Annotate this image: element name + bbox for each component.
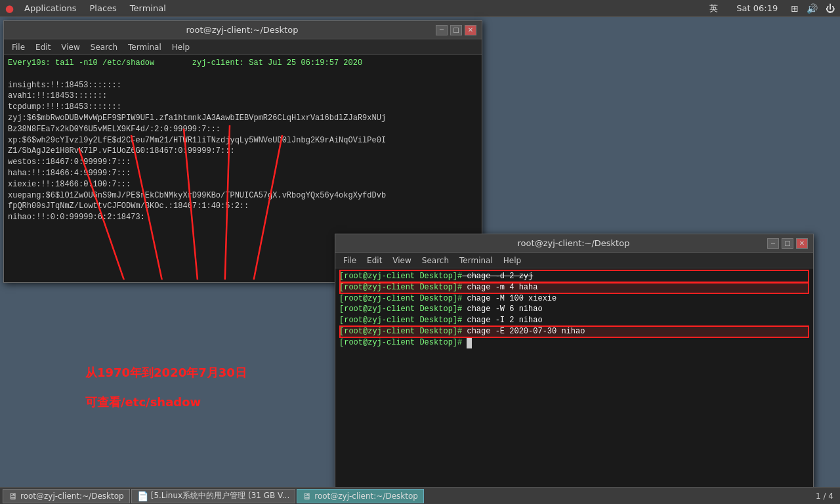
topbar-places[interactable]: Places — [85, 2, 122, 14]
win2-menubar: File Edit View Search Terminal Help — [335, 253, 813, 268]
win1-line-1: insights:!!:18453::::::: — [8, 80, 478, 91]
win2-line-6: [root@zyj-client Desktop]# — [339, 337, 809, 348]
volume-icon: 🔊 — [807, 3, 818, 14]
titlebar-2: root@zyj-client:~/Desktop ─ □ ✕ — [335, 234, 813, 253]
win1-line-blank — [8, 69, 478, 80]
taskbar-label-1: [5.Linux系统中的用户管理 (31 GB V... — [151, 490, 290, 501]
topbar-left: ● Applications Places Terminal — [5, 2, 171, 14]
win2-minimize[interactable]: ─ — [767, 238, 779, 249]
arch-logo: ● — [5, 3, 14, 14]
win1-line-6: xp:$6$wh29cYIvzl9y2LfE$d2CFeu7Mm21/HTWR1… — [8, 135, 478, 146]
win1-menu-edit[interactable]: Edit — [32, 41, 54, 53]
win1-line-8: westos::18467:0:99999:7::: — [8, 157, 478, 168]
topbar-right: 英 Sat 06:19 ⊞ 🔊 ⏻ — [704, 1, 835, 16]
taskbar-item-0[interactable]: 🖥 root@zyj-client:~/Desktop — [3, 489, 130, 503]
taskbar-icon-2: 🖥 — [303, 491, 312, 501]
win2-line-1: [root@zyj-client Desktop]# chage -m 4 ha… — [339, 282, 809, 293]
win1-menu-help[interactable]: Help — [168, 41, 194, 53]
win2-line-2: [root@zyj-client Desktop]# chage -M 100 … — [339, 293, 809, 304]
win1-line-7: Z1/SbAgJ2e1H8RvK7lP.vFiUoZ6G0:18467:0:99… — [8, 146, 478, 157]
taskbar: 🖥 root@zyj-client:~/Desktop 📄 [5.Linux系统… — [0, 487, 840, 504]
win1-close[interactable]: ✕ — [465, 25, 476, 35]
win1-line-12: fpQRh00sJTqNmZ/LowttvCJFODWm/BKOc.:18467… — [8, 201, 478, 212]
win2-menu-search[interactable]: Search — [418, 255, 453, 266]
win1-minimize[interactable]: ─ — [436, 25, 448, 35]
win1-menu-terminal[interactable]: Terminal — [124, 41, 165, 53]
taskbar-label-0: root@zyj-client:~/Desktop — [20, 492, 124, 501]
win2-close[interactable]: ✕ — [796, 238, 808, 249]
win1-line-3: tcpdump:!!!:18453::::::: — [8, 102, 478, 113]
taskbar-item-2[interactable]: 🖥 root@zyj-client:~/Desktop — [297, 489, 424, 503]
win1-title: root@zyj-client:~/Desktop — [49, 25, 436, 35]
topbar-applications[interactable]: Applications — [19, 2, 81, 14]
win2-menu-help[interactable]: Help — [499, 255, 525, 266]
win2-menu-terminal[interactable]: Terminal — [455, 255, 497, 266]
win1-menu-file[interactable]: File — [8, 41, 29, 53]
taskbar-label-2: root@zyj-client:~/Desktop — [314, 492, 418, 501]
taskbar-icon-0: 🖥 — [9, 491, 18, 501]
win2-line-3: [root@zyj-client Desktop]# chage -W 6 ni… — [339, 304, 809, 315]
taskbar-item-1[interactable]: 📄 [5.Linux系统中的用户管理 (31 GB V... — [131, 489, 296, 503]
desktop: root@zyj-client:~/Desktop ─ □ ✕ File Edi… — [0, 17, 840, 504]
taskbar-page: 1 / 4 — [812, 490, 837, 502]
win1-line-11: xuepang:$6$lO1ZwOU6nS9mJ/PE$rEkCbNMkyXrD… — [8, 190, 478, 201]
taskbar-icon-1: 📄 — [137, 491, 148, 501]
win2-maximize[interactable]: □ — [782, 238, 793, 249]
topbar-time: Sat 06:19 — [731, 2, 783, 14]
annotation-text-2: 可查看/etc/shadow — [85, 394, 201, 410]
win1-wm-buttons: ─ □ ✕ — [436, 25, 476, 35]
win2-menu-view[interactable]: View — [388, 255, 415, 266]
win2-menu-edit[interactable]: Edit — [363, 255, 386, 266]
win1-line-9: haha:!!:18466:4:99999:7::: — [8, 168, 478, 179]
terminal-window-2: root@zyj-client:~/Desktop ─ □ ✕ File Edi… — [335, 234, 814, 490]
win2-body[interactable]: [root@zyj-client Desktop]# chage -d 2 zy… — [335, 268, 813, 489]
win1-menu-view[interactable]: View — [57, 41, 83, 53]
win2-title: root@zyj-client:~/Desktop — [380, 238, 767, 248]
win1-line-4: zyj:$6$mbRwoDUBvMvWpEF9$PIW9UFl.zfa1htmn… — [8, 113, 478, 124]
win1-line-2: avahi:!!:18453::::::: — [8, 91, 478, 102]
win1-line-13: nihao:!!:0:0:99999:6:2:18473: — [8, 212, 478, 223]
win1-line-5: Bz38N8FEa7x2kD0Y6U5vMELX9KF4d/:2:0:99999… — [8, 124, 478, 135]
win2-wm-buttons: ─ □ ✕ — [767, 238, 808, 249]
annotation-text-1: 从1970年到2020年7月30日 — [85, 365, 247, 381]
win1-menu-search[interactable]: Search — [87, 41, 121, 53]
win1-maximize[interactable]: □ — [450, 25, 462, 35]
power-icon[interactable]: ⏻ — [826, 3, 835, 14]
topbar-lang: 英 — [704, 1, 723, 16]
titlebar-1: root@zyj-client:~/Desktop ─ □ ✕ — [4, 21, 482, 39]
win2-line-5: [root@zyj-client Desktop]# chage -E 2020… — [339, 326, 809, 337]
network-icon: ⊞ — [791, 3, 799, 14]
topbar-terminal[interactable]: Terminal — [125, 2, 171, 14]
win1-menubar: File Edit View Search Terminal Help — [4, 39, 482, 55]
win1-line-10: xiexie:!!:18466:0:100:7::: — [8, 179, 478, 190]
win2-line-4: [root@zyj-client Desktop]# chage -I 2 ni… — [339, 315, 809, 326]
win2-line-0: [root@zyj-client Desktop]# chage -d 2 zy… — [339, 271, 809, 282]
win1-line-0: Every10s: tail -n10 /etc/shadow zyj-clie… — [8, 58, 478, 69]
topbar: ● Applications Places Terminal 英 Sat 06:… — [0, 0, 840, 17]
win2-menu-file[interactable]: File — [339, 255, 360, 266]
